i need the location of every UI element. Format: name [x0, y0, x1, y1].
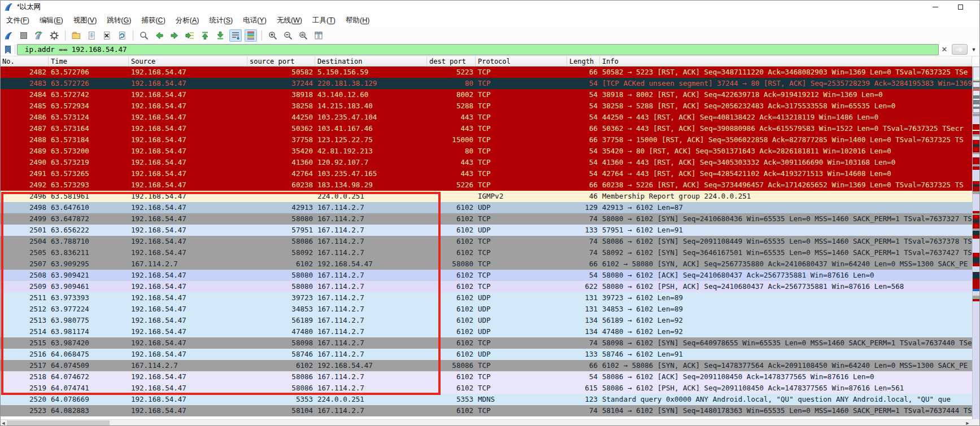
packet-row[interactable]: 248863.573184192.168.54.4737758123.125.2…: [0, 134, 972, 146]
packet-row[interactable]: 250863.909421192.168.54.4758080167.114.2…: [0, 270, 972, 281]
resize-columns-button[interactable]: [312, 29, 325, 42]
open-file-button[interactable]: [70, 29, 82, 42]
packet-cell-len: 615: [567, 383, 600, 394]
packet-row[interactable]: 248463.572742192.168.54.473891843.140.12…: [0, 89, 972, 100]
packet-row[interactable]: 249063.573219192.168.54.4741360120.92.10…: [0, 157, 972, 168]
packet-row[interactable]: 251964.074741192.168.54.4758086167.114.2…: [0, 383, 972, 394]
horizontal-scrollbar-thumb[interactable]: [7, 420, 110, 425]
column-header-destination[interactable]: Destination: [315, 56, 427, 66]
restart-capture-button[interactable]: [33, 29, 45, 42]
save-file-button[interactable]: [85, 29, 98, 42]
packet-row[interactable]: 251263.977224192.168.54.4734853167.114.2…: [0, 304, 972, 315]
column-header-dest-port[interactable]: dest port: [427, 56, 476, 66]
go-last-packet-button[interactable]: [214, 29, 227, 42]
menu-item[interactable]: 视图(V): [68, 14, 102, 27]
packet-row[interactable]: 248363.572726192.168.54.4737244220.181.3…: [0, 78, 972, 89]
horizontal-scrollbar[interactable]: ◄ ►: [0, 419, 972, 426]
colorize-button[interactable]: [245, 29, 257, 42]
packet-row[interactable]: 249663.581961192.168.54.47224.0.0.251IGM…: [0, 191, 972, 202]
packet-row[interactable]: 250163.656222192.168.54.4757951167.114.2…: [0, 225, 972, 236]
packet-row[interactable]: 251864.074672192.168.54.4758086167.114.2…: [0, 371, 972, 383]
go-to-packet-button[interactable]: [184, 29, 196, 42]
go-back-button[interactable]: [153, 29, 165, 42]
menu-item[interactable]: 文件(F): [1, 14, 34, 27]
packet-cell-len: 134: [567, 315, 600, 326]
column-header-source-port[interactable]: source port: [247, 56, 315, 66]
restart-capture-icon: [34, 30, 44, 41]
menu-item[interactable]: 帮助(H): [341, 14, 374, 27]
packet-row[interactable]: 248663.573124192.168.54.4744250103.235.4…: [0, 112, 972, 123]
packet-cell-no: 2508: [0, 270, 49, 281]
packet-row[interactable]: 249963.647872192.168.54.4758080167.114.2…: [0, 213, 972, 225]
packet-row[interactable]: 251563.987420192.168.54.4758098167.114.2…: [0, 337, 972, 349]
stop-capture-button[interactable]: [18, 29, 30, 42]
packet-cell-source: 192.168.54.47: [129, 292, 247, 304]
menu-item[interactable]: 工具(T): [307, 14, 341, 27]
packet-cell-len: 54: [567, 371, 600, 383]
reload-file-button[interactable]: [116, 29, 128, 42]
minimap-stripe: [973, 140, 980, 144]
menu-item[interactable]: 统计(S): [204, 14, 238, 27]
packet-row[interactable]: 248563.572934192.168.54.473825814.215.18…: [0, 100, 972, 112]
minimize-button[interactable]: [922, 0, 948, 14]
start-capture-button[interactable]: [2, 29, 15, 42]
column-header-protocol[interactable]: Protocol: [476, 56, 567, 66]
filter-apply-button[interactable]: [952, 44, 968, 55]
packet-row[interactable]: 249163.573265192.168.54.4742764103.235.4…: [0, 168, 972, 179]
packet-row[interactable]: 250963.909461192.168.54.4758080167.114.2…: [0, 281, 972, 292]
vertical-scrollbar-thumb[interactable]: [973, 67, 980, 113]
packet-cell-dest: 183.134.98.29: [315, 179, 427, 191]
packet-row[interactable]: 249263.573293192.168.54.4760238183.134.9…: [0, 179, 972, 191]
find-packet-button[interactable]: [138, 29, 150, 42]
packet-row[interactable]: 251764.074509167.114.2.76102192.168.54.4…: [0, 360, 972, 371]
packet-row[interactable]: 251363.980775192.168.54.4756189167.114.2…: [0, 315, 972, 326]
packet-row[interactable]: 252364.082883192.168.54.4758104167.114.2…: [0, 405, 972, 416]
packet-row[interactable]: 250763.909295167.114.2.76102192.168.54.4…: [0, 258, 972, 270]
packet-row[interactable]: 248963.573200192.168.54.473542042.81.192…: [0, 146, 972, 157]
go-forward-button[interactable]: [168, 29, 181, 42]
packet-row[interactable]: 248263.572706192.168.54.47505825.150.156…: [0, 67, 972, 78]
title-bar: *以太网: [0, 0, 980, 14]
zoom-original-button[interactable]: [297, 29, 310, 42]
column-header-source[interactable]: Source: [129, 56, 247, 66]
hscroll-left-arrow[interactable]: ◄: [0, 420, 7, 426]
hscroll-right-arrow[interactable]: ►: [964, 420, 971, 426]
column-header-length[interactable]: Length: [567, 56, 600, 66]
zoom-out-button[interactable]: [282, 29, 294, 42]
packet-row[interactable]: 252064.078669192.168.54.475353224.0.0.25…: [0, 394, 972, 405]
zoom-in-button[interactable]: [267, 29, 279, 42]
packet-cell-sport: 60238: [247, 179, 315, 191]
packet-cell-sport: 58086: [247, 236, 315, 247]
display-filter-input[interactable]: [17, 44, 939, 55]
column-header-time[interactable]: Time: [49, 56, 129, 66]
packet-cell-dest: 167.114.2.7: [315, 405, 427, 416]
menu-item[interactable]: 捕获(C): [136, 14, 170, 27]
packet-cell-len: 74: [567, 337, 600, 349]
menu-item[interactable]: 无线(W): [272, 14, 307, 27]
column-header-info[interactable]: Info: [600, 56, 972, 66]
menu-item[interactable]: 编辑(E): [34, 14, 68, 27]
packet-row[interactable]: 251163.973393192.168.54.4739723167.114.2…: [0, 292, 972, 304]
filter-dropdown-arrow[interactable]: ▼: [969, 44, 978, 55]
close-file-button[interactable]: [101, 29, 113, 42]
menu-item[interactable]: 跳转(G): [102, 14, 136, 27]
menu-item[interactable]: 电话(Y): [238, 14, 272, 27]
packet-row[interactable]: 249863.647610192.168.54.4742913167.114.2…: [0, 202, 972, 213]
auto-scroll-button[interactable]: [229, 29, 242, 42]
packet-cell-dest: 224.0.0.251: [315, 191, 427, 202]
maximize-button[interactable]: [948, 0, 973, 14]
packet-cell-time: 63.572742: [49, 89, 129, 100]
capture-options-button[interactable]: [48, 29, 60, 42]
packet-row[interactable]: 251664.068475192.168.54.4758746167.114.2…: [0, 349, 972, 360]
menu-item[interactable]: 分析(A): [171, 14, 204, 27]
filter-bookmark-icon[interactable]: [3, 45, 13, 55]
filter-clear-icon[interactable]: ✕: [939, 44, 950, 55]
column-header-no[interactable]: No.: [0, 56, 49, 66]
packet-row[interactable]: 248763.573164192.168.54.4750362103.41.16…: [0, 123, 972, 134]
packet-cell-sport: 37758: [247, 134, 315, 146]
packet-row[interactable]: 250563.836211192.168.54.4758092167.114.2…: [0, 247, 972, 258]
go-first-packet-button[interactable]: [199, 29, 211, 42]
packet-row[interactable]: 251463.981174192.168.54.4747480167.114.2…: [0, 326, 972, 337]
packet-row[interactable]: 250463.788710192.168.54.4758086167.114.2…: [0, 236, 972, 247]
vertical-scrollbar-minimap[interactable]: [972, 67, 980, 419]
